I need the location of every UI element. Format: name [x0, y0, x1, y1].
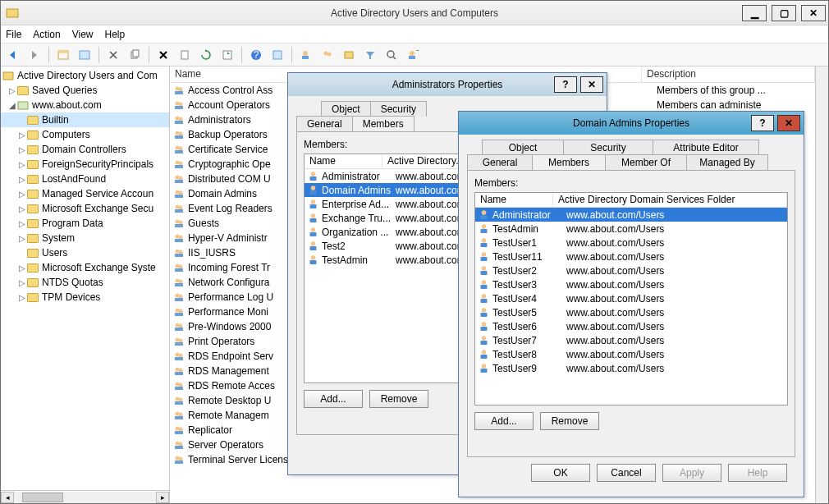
tab-attribute-editor[interactable]: Attribute Editor: [653, 140, 759, 155]
tree-node[interactable]: ▷Managed Service Accoun: [1, 186, 169, 201]
expand-icon[interactable]: ▷: [17, 131, 27, 140]
column-name[interactable]: Name: [475, 193, 553, 207]
tree-node[interactable]: ▷System: [1, 231, 169, 245]
apply-button[interactable]: Apply: [662, 464, 721, 482]
forward-button[interactable]: [25, 46, 44, 64]
new-group-button[interactable]: [318, 46, 337, 64]
tab-object[interactable]: Object: [482, 140, 564, 155]
tree-node[interactable]: ▷Domain Controllers: [1, 142, 169, 157]
tab-security[interactable]: Security: [563, 140, 653, 155]
scrollbar-thumb[interactable]: [22, 493, 63, 502]
member-row[interactable]: TestUser11www.about.com/Users: [475, 250, 787, 263]
refresh-button[interactable]: [197, 46, 215, 64]
tree-node-domain[interactable]: ◢www.about.com: [1, 98, 169, 112]
minimize-button[interactable]: ▁: [742, 5, 767, 21]
tab-member-of[interactable]: Member Of: [605, 154, 687, 170]
column-name[interactable]: Name: [305, 154, 382, 168]
expand-icon[interactable]: ▷: [17, 219, 27, 228]
add-user-to-group-button[interactable]: +: [404, 46, 422, 64]
export-button[interactable]: [218, 46, 236, 64]
search-button[interactable]: [382, 46, 401, 64]
tree-node[interactable]: ▷Program Data: [1, 216, 169, 231]
maximize-button[interactable]: ▢: [772, 5, 796, 21]
dialog-titlebar[interactable]: Domain Admins Properties ? ✕: [459, 112, 804, 135]
tab-general[interactable]: General: [467, 154, 533, 170]
menu-view[interactable]: View: [72, 29, 94, 40]
member-row[interactable]: TestUser9www.about.com/Users: [475, 361, 787, 375]
expand-icon[interactable]: ▷: [17, 234, 27, 243]
show-hide-tree-button[interactable]: [54, 46, 72, 64]
filter-button[interactable]: [361, 46, 379, 64]
expand-icon[interactable]: ▷: [17, 204, 27, 213]
dialog-close-button[interactable]: ✕: [777, 115, 800, 131]
expand-icon[interactable]: ▷: [7, 86, 17, 95]
page-button[interactable]: [176, 46, 194, 64]
scroll-right-button[interactable]: ▸: [156, 492, 169, 503]
scroll-left-button[interactable]: ◂: [1, 492, 14, 503]
expand-icon[interactable]: ▷: [17, 263, 27, 273]
cancel-button[interactable]: Cancel: [597, 464, 656, 482]
collapse-icon[interactable]: ◢: [7, 101, 17, 110]
dialog-close-button[interactable]: ✕: [580, 76, 603, 93]
delete-button[interactable]: [154, 46, 172, 64]
menu-action[interactable]: Action: [33, 29, 60, 40]
column-description[interactable]: Description: [642, 66, 815, 82]
member-row[interactable]: TestUser7www.about.com/Users: [475, 333, 787, 347]
member-row[interactable]: Administratorwww.about.com/Users: [475, 208, 787, 222]
help-button[interactable]: Help: [728, 464, 787, 482]
tree-node[interactable]: ▷Microsoft Exchange Syste: [1, 260, 169, 275]
copy-button[interactable]: [126, 46, 144, 64]
column-folder[interactable]: Active Directory Domain Services Folder: [553, 193, 787, 207]
tree-node[interactable]: ▷NTDS Quotas: [1, 275, 169, 290]
member-row[interactable]: TestUser5www.about.com/Users: [475, 305, 787, 319]
properties-button[interactable]: [76, 46, 94, 64]
member-row[interactable]: TestUser3www.about.com/Users: [475, 277, 787, 291]
member-row[interactable]: TestUser6www.about.com/Users: [475, 319, 787, 333]
expand-icon[interactable]: ▷: [17, 175, 27, 184]
tab-object[interactable]: Object: [321, 101, 371, 117]
tab-managed-by[interactable]: Managed By: [686, 154, 768, 170]
tree-node[interactable]: ▷Microsoft Exchange Secu: [1, 201, 169, 216]
back-button[interactable]: [4, 46, 22, 64]
tree-root[interactable]: Active Directory Users and Com: [1, 68, 169, 83]
tree-node-saved-queries[interactable]: ▷Saved Queries: [1, 83, 169, 98]
help-button[interactable]: ?: [247, 46, 265, 64]
add-button[interactable]: Add...: [304, 390, 363, 408]
remove-button[interactable]: Remove: [369, 390, 428, 408]
menu-file[interactable]: File: [6, 29, 21, 40]
titlebar[interactable]: Active Directory Users and Computers ▁ ▢…: [1, 1, 828, 25]
member-row[interactable]: TestUser8www.about.com/Users: [475, 347, 787, 361]
tree-node[interactable]: Builtin: [1, 112, 169, 127]
add-button[interactable]: Add...: [474, 412, 534, 430]
expand-icon[interactable]: ▷: [17, 145, 27, 154]
member-row[interactable]: TestUser2www.about.com/Users: [475, 263, 787, 277]
expand-icon[interactable]: ▷: [17, 278, 27, 287]
tab-members[interactable]: Members: [352, 116, 414, 131]
scrollbar-track[interactable]: [14, 492, 156, 503]
horizontal-scrollbar[interactable]: ◂ ▸: [1, 490, 169, 503]
tree-node[interactable]: ▷ForeignSecurityPrincipals: [1, 157, 169, 172]
remove-button[interactable]: Remove: [540, 412, 599, 430]
new-ou-button[interactable]: [340, 46, 358, 64]
tree-node[interactable]: Users: [1, 245, 169, 260]
tab-members[interactable]: Members: [532, 154, 606, 170]
tree-node[interactable]: ▷TPM Devices: [1, 290, 169, 305]
expand-icon[interactable]: ▷: [17, 293, 27, 302]
vertical-scrollbar[interactable]: [815, 66, 828, 503]
menu-help[interactable]: Help: [105, 29, 126, 40]
tree-node[interactable]: ▷LostAndFound: [1, 172, 169, 186]
ok-button[interactable]: OK: [531, 464, 590, 482]
expand-icon[interactable]: ▷: [17, 190, 27, 199]
find-button[interactable]: [268, 46, 286, 64]
new-user-button[interactable]: [297, 46, 315, 64]
member-row[interactable]: TestAdminwww.about.com/Users: [475, 222, 787, 236]
tab-security[interactable]: Security: [370, 101, 427, 117]
dialog-help-button[interactable]: ?: [751, 115, 774, 131]
dialog-titlebar[interactable]: Administrators Properties ? ✕: [288, 73, 607, 96]
dialog-help-button[interactable]: ?: [554, 76, 577, 93]
tab-general[interactable]: General: [296, 116, 353, 131]
member-row[interactable]: TestUser4www.about.com/Users: [475, 291, 787, 305]
expand-icon[interactable]: ▷: [17, 160, 27, 169]
close-button[interactable]: ✕: [801, 5, 826, 21]
tree-node[interactable]: ▷Computers: [1, 127, 169, 142]
